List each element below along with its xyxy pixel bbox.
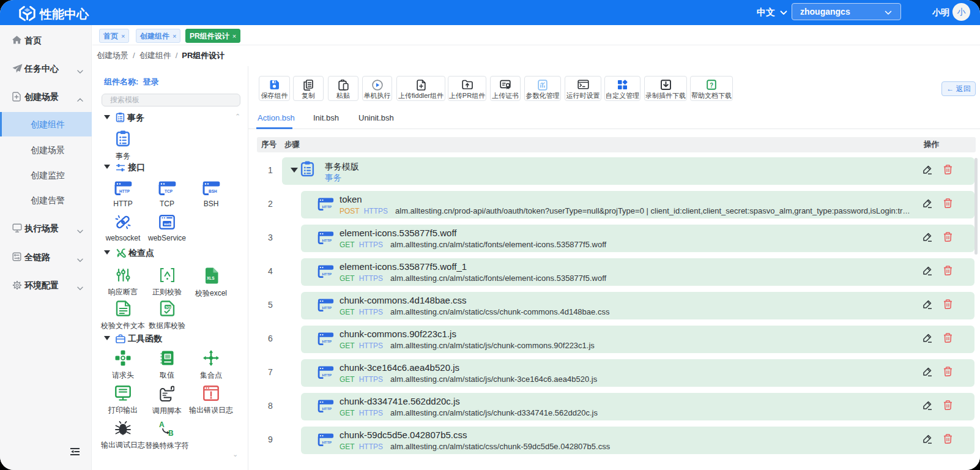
svg-text:HTTP: HTTP [322, 306, 332, 310]
svg-text:HTTP: HTTP [119, 189, 130, 193]
svg-text:HTTP: HTTP [322, 373, 332, 377]
svg-text:web: web [163, 222, 171, 226]
svg-text:HTTP: HTTP [322, 441, 332, 444]
svg-text:HTTP: HTTP [322, 272, 332, 276]
svg-text:TCP: TCP [165, 189, 173, 193]
svg-text:HTTP: HTTP [322, 340, 332, 343]
svg-text:BSH: BSH [209, 189, 217, 193]
svg-text:XLS: XLS [207, 276, 215, 280]
svg-text:HTTP: HTTP [322, 239, 332, 242]
svg-text:SQL: SQL [165, 305, 171, 309]
svg-text:A: A [159, 420, 165, 429]
svg-text:HTTP: HTTP [322, 205, 332, 209]
svg-text:HTTP: HTTP [322, 407, 332, 411]
svg-text:?: ? [710, 82, 713, 89]
